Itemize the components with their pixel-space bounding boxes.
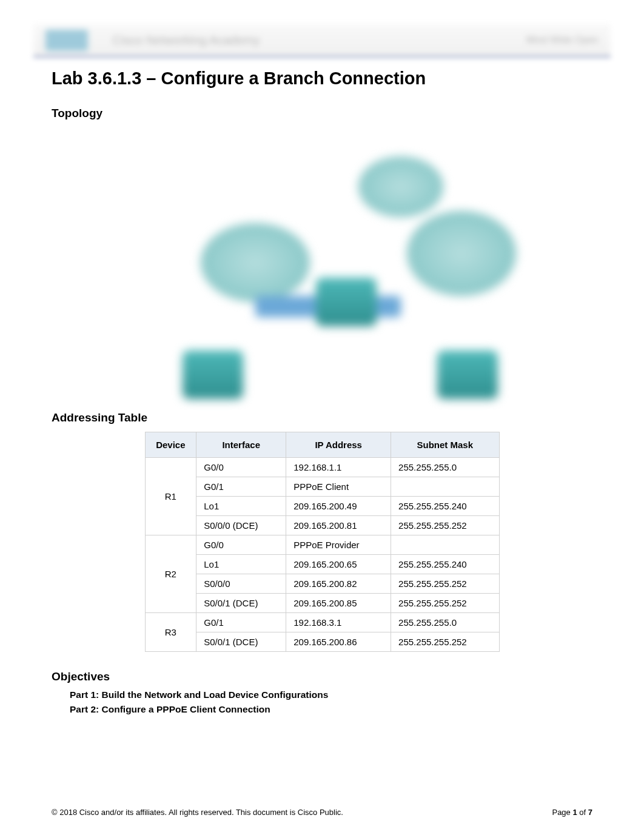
cell-mask: 255.255.255.252 xyxy=(391,574,499,594)
cloud-shape xyxy=(358,156,443,217)
header-right-text: Mind Wide Open xyxy=(526,35,599,45)
col-ip: IP Address xyxy=(286,432,391,458)
cell-ip: 209.165.200.85 xyxy=(286,594,391,613)
cell-mask: 255.255.255.0 xyxy=(391,458,499,477)
cloud-shape xyxy=(407,211,516,296)
objectives-heading: Objectives xyxy=(52,670,611,683)
topology-diagram xyxy=(116,126,528,393)
cell-mask: 255.255.255.0 xyxy=(391,613,499,632)
cell-interface: G0/0 xyxy=(196,535,286,555)
page-of: of xyxy=(577,808,588,817)
cell-mask: 255.255.255.252 xyxy=(391,594,499,613)
cell-interface: Lo1 xyxy=(196,497,286,516)
cell-interface: G0/0 xyxy=(196,458,286,477)
table-row: S0/0/0209.165.200.82255.255.255.252 xyxy=(145,574,499,594)
cell-mask: 255.255.255.252 xyxy=(391,632,499,652)
cloud-shape xyxy=(201,223,310,302)
table-row: Lo1209.165.200.49255.255.255.240 xyxy=(145,497,499,516)
cell-mask: 255.255.255.240 xyxy=(391,555,499,574)
table-row: R2G0/0PPPoE Provider xyxy=(145,535,499,555)
cell-interface: S0/0/1 (DCE) xyxy=(196,594,286,613)
objectives-list: Part 1: Build the Network and Load Devic… xyxy=(70,689,611,715)
cell-interface: S0/0/0 xyxy=(196,574,286,594)
footer-page-indicator: Page 1 of 7 xyxy=(552,808,592,817)
table-row: R1G0/0192.168.1.1255.255.255.0 xyxy=(145,458,499,477)
cell-ip: PPPoE Client xyxy=(286,477,391,497)
objective-item: Part 1: Build the Network and Load Devic… xyxy=(70,689,611,700)
page-current: 1 xyxy=(572,808,577,817)
page-total: 7 xyxy=(588,808,592,817)
cell-device: R3 xyxy=(145,613,196,652)
cell-interface: G0/1 xyxy=(196,477,286,497)
objective-item: Part 2: Configure a PPPoE Client Connect… xyxy=(70,704,611,715)
col-interface: Interface xyxy=(196,432,286,458)
table-header-row: Device Interface IP Address Subnet Mask xyxy=(145,432,499,458)
footer-copyright: © 2018 Cisco and/or its affiliates. All … xyxy=(52,808,343,817)
addressing-table: Device Interface IP Address Subnet Mask … xyxy=(145,432,500,652)
table-row: S0/0/1 (DCE)209.165.200.86255.255.255.25… xyxy=(145,632,499,652)
cell-mask xyxy=(391,477,499,497)
router-icon xyxy=(437,350,498,399)
cell-mask: 255.255.255.252 xyxy=(391,516,499,535)
cell-interface: S0/0/0 (DCE) xyxy=(196,516,286,535)
router-icon xyxy=(183,350,243,399)
cell-interface: G0/1 xyxy=(196,613,286,632)
addressing-heading: Addressing Table xyxy=(52,411,611,424)
cell-ip: 209.165.200.86 xyxy=(286,632,391,652)
table-row: R3G0/1192.168.3.1255.255.255.0 xyxy=(145,613,499,632)
header-brand-text: Cisco Networking Academy xyxy=(112,33,260,47)
cell-ip: 192.168.3.1 xyxy=(286,613,391,632)
col-device: Device xyxy=(145,432,196,458)
cell-mask: 255.255.255.240 xyxy=(391,497,499,516)
table-row: G0/1PPPoE Client xyxy=(145,477,499,497)
cell-ip: 209.165.200.81 xyxy=(286,516,391,535)
cell-ip: 209.165.200.82 xyxy=(286,574,391,594)
header-banner: Cisco Networking Academy Mind Wide Open xyxy=(33,24,611,58)
topology-heading: Topology xyxy=(52,107,611,120)
cell-device: R1 xyxy=(145,458,196,535)
cell-interface: Lo1 xyxy=(196,555,286,574)
cell-ip: 192.168.1.1 xyxy=(286,458,391,477)
cell-ip: 209.165.200.65 xyxy=(286,555,391,574)
cell-ip: 209.165.200.49 xyxy=(286,497,391,516)
cell-mask xyxy=(391,535,499,555)
table-row: S0/0/1 (DCE)209.165.200.85255.255.255.25… xyxy=(145,594,499,613)
col-mask: Subnet Mask xyxy=(391,432,499,458)
table-row: S0/0/0 (DCE)209.165.200.81255.255.255.25… xyxy=(145,516,499,535)
cisco-logo xyxy=(45,30,88,51)
router-icon xyxy=(316,278,377,326)
page-label: Page xyxy=(552,808,572,817)
cell-device: R2 xyxy=(145,535,196,613)
page-title: Lab 3.6.1.3 – Configure a Branch Connect… xyxy=(52,69,611,89)
page-footer: © 2018 Cisco and/or its affiliates. All … xyxy=(52,808,592,817)
table-row: Lo1209.165.200.65255.255.255.240 xyxy=(145,555,499,574)
cell-ip: PPPoE Provider xyxy=(286,535,391,555)
cell-interface: S0/0/1 (DCE) xyxy=(196,632,286,652)
